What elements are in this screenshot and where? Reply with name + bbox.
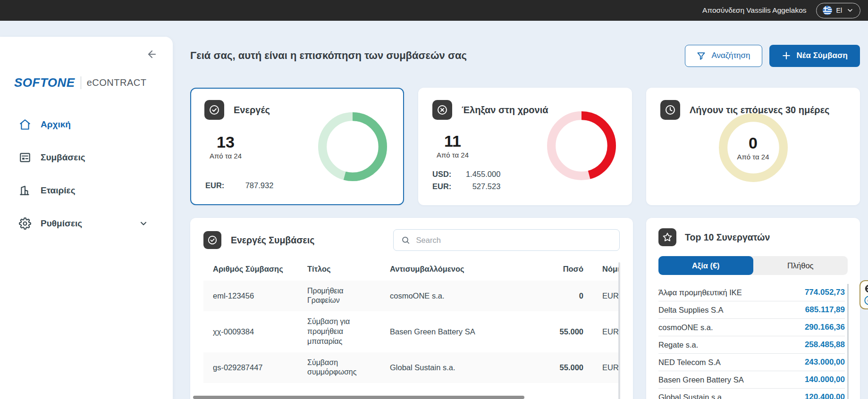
sidebar-item-label: Συμβάσεις <box>41 152 85 163</box>
settings-icon <box>19 217 31 230</box>
partner-name: Delta Supplies S.A <box>658 306 724 315</box>
tab-count[interactable]: Πλήθος <box>753 256 848 275</box>
bottom-row: Ενεργές Συμβάσεις Αριθμός Σύμβασης Τίτλο… <box>190 218 860 399</box>
partner-value: 243.000,00 <box>805 357 845 367</box>
active-contracts-card: Ενεργές Συμβάσεις Αριθμός Σύμβασης Τίτλο… <box>190 218 633 399</box>
table-row[interactable]: gs-029287447 Σύμβαση συμμόρφωσης Global … <box>203 352 620 383</box>
new-contract-button[interactable]: Νέα Σύμβαση <box>769 45 860 67</box>
card-amounts: USD: 1.455.000 EUR: 527.523 <box>432 170 500 191</box>
contract-currency: EUR <box>583 281 620 312</box>
search-icon <box>401 235 410 245</box>
vertical-scrollbar[interactable] <box>618 262 620 399</box>
stat-card-expired[interactable]: Έληξαν στη χρονιά 11 Από τα 24 USD: 1.45… <box>418 88 632 205</box>
donut-center: 0 Από τα 24 <box>719 113 788 182</box>
donut-chart <box>318 112 387 181</box>
stat-card-expiring-soon[interactable]: Λήγουν τις επόμενες 30 ημέρες 0 Από τα 2… <box>646 88 860 205</box>
sidebar-item-companies[interactable]: Εταιρίες <box>0 174 173 207</box>
donut-value: 0 <box>749 135 758 151</box>
sidebar-collapse-button[interactable] <box>146 48 159 60</box>
filter-icon <box>697 51 706 60</box>
sidebar-nav: Αρχική Συμβάσεις Εταιρίες Ρυθμίσεις <box>0 108 173 240</box>
horizontal-scrollbar[interactable] <box>193 396 524 399</box>
contracts-table: Αριθμός Σύμβασης Τίτλος Αντισυμβαλλόμενο… <box>203 258 620 383</box>
partner-value: 774.052,73 <box>805 288 845 297</box>
contract-counterparty: Basen Green Battery SA <box>390 311 513 352</box>
star-icon <box>658 228 676 246</box>
page-title: Γειά σας, αυτή είναι η επισκόπηση των συ… <box>190 50 467 62</box>
partners-title: Top 10 Συνεργατών <box>685 232 770 243</box>
sidebar-item-home[interactable]: Αρχική <box>0 108 173 141</box>
contract-title: Σύμβαση συμμόρφωσης <box>307 352 390 383</box>
clock-icon <box>660 100 680 120</box>
new-contract-button-label: Νέα Σύμβαση <box>797 51 848 60</box>
partner-value: 120.400,00 <box>805 392 845 399</box>
contracts-icon <box>19 151 31 164</box>
partner-value: 685.117,89 <box>805 305 845 315</box>
search-input[interactable] <box>416 236 612 245</box>
partner-value: 290.166,36 <box>805 323 845 332</box>
contract-amount: 0 <box>513 281 583 312</box>
table-search <box>393 229 620 251</box>
language-code: El <box>836 7 842 14</box>
donut-chart <box>547 111 616 180</box>
partner-name: cosmoONE s.a. <box>658 323 713 332</box>
topbar: Αποσύνδεση Vassilis Aggelakos El <box>0 0 868 21</box>
contract-counterparty: Global Sustain s.a. <box>390 352 513 383</box>
donut-value: 11 <box>444 133 461 149</box>
table-title: Ενεργές Συμβάσεις <box>231 235 314 246</box>
contract-number: gs-029287447 <box>203 352 307 383</box>
column-header-title: Τίτλος <box>307 258 390 281</box>
partner-name: Basen Green Battery SA <box>658 375 744 384</box>
list-item: Άλφα προμηθευτική ΙΚΕ 774.052,73 <box>658 284 845 301</box>
top-partners-card: Top 10 Συνεργατών Αξία (€) Πλήθος Άλφα π… <box>646 218 860 399</box>
sidebar-item-contracts[interactable]: Συμβάσεις <box>0 141 173 174</box>
sidebar-item-label: Εταιρίες <box>41 185 76 196</box>
list-item: Regate s.a. 258.485,88 <box>658 336 845 354</box>
donut-center: 13 Από τα 24 <box>191 112 260 181</box>
table-header-row: Αριθμός Σύμβασης Τίτλος Αντισυμβαλλόμενο… <box>203 258 620 281</box>
home-icon <box>19 118 31 131</box>
contract-number: eml-123456 <box>203 281 307 312</box>
contract-title: Σύμβαση για προμήθεια μπαταρίας <box>307 311 390 352</box>
partner-value: 140.000,00 <box>805 375 845 384</box>
contract-currency: EUR <box>583 352 620 383</box>
table-row[interactable]: χχ-0009384 Σύμβαση για προμήθεια μπαταρί… <box>203 311 620 352</box>
logout-link[interactable]: Αποσύνδεση Vassilis Aggelakos <box>702 6 806 15</box>
table-row[interactable]: eml-123456 Προμήθεια Γραφείων cosmoONE s… <box>203 281 620 312</box>
list-item: Delta Supplies S.A 685.117,89 <box>658 301 845 319</box>
stat-cards-row: Ενεργές 13 Από τα 24 EUR: 787.932 Έληξαν… <box>190 88 860 205</box>
partner-list: Άλφα προμηθευτική ΙΚΕ 774.052,73 Delta S… <box>658 284 845 399</box>
plus-icon <box>782 51 791 60</box>
sidebar-item-label: Αρχική <box>41 119 71 130</box>
donut-value: 13 <box>217 134 235 150</box>
search-button[interactable]: Αναζήτηση <box>685 45 762 67</box>
sidebar-item-settings[interactable]: Ρυθμίσεις <box>0 207 173 240</box>
donut-caption: Από τα 24 <box>210 152 242 160</box>
currency-label: EUR: <box>432 182 451 191</box>
currency-value: 787.932 <box>230 181 273 190</box>
currency-label: USD: <box>432 170 451 179</box>
contract-counterparty: cosmoONE s.a. <box>390 281 513 312</box>
partner-name: Άλφα προμηθευτική ΙΚΕ <box>658 288 742 297</box>
table-viewport: Αριθμός Σύμβασης Τίτλος Αντισυμβαλλόμενο… <box>203 258 620 383</box>
partners-header: Top 10 Συνεργατών <box>658 228 848 246</box>
partner-name: NED Telecom S.A <box>658 358 721 367</box>
floating-widget[interactable]: e <box>860 280 868 309</box>
list-item: Global Sustain s.a. 120.400,00 <box>658 389 845 399</box>
column-header-number: Αριθμός Σύμβασης <box>203 258 307 281</box>
chevron-down-icon <box>846 7 854 14</box>
list-item: NED Telecom S.A 243.000,00 <box>658 354 845 371</box>
page-header: Γειά σας, αυτή είναι η επισκόπηση των συ… <box>190 42 860 70</box>
contract-amount: 55.000 <box>513 311 583 352</box>
tab-value[interactable]: Αξία (€) <box>658 256 753 275</box>
contract-number: χχ-0009384 <box>203 311 307 352</box>
check-circle-icon <box>203 231 221 249</box>
card-amounts: EUR: 787.932 <box>205 181 273 190</box>
language-selector[interactable]: El <box>816 3 860 18</box>
greek-flag-icon <box>823 6 832 15</box>
vertical-scrollbar[interactable] <box>847 284 849 399</box>
arrow-left-icon <box>146 49 158 60</box>
brand-name: SOFTONE <box>14 75 75 90</box>
stat-card-active[interactable]: Ενεργές 13 Από τα 24 EUR: 787.932 <box>190 88 404 205</box>
close-icon[interactable] <box>864 283 868 294</box>
